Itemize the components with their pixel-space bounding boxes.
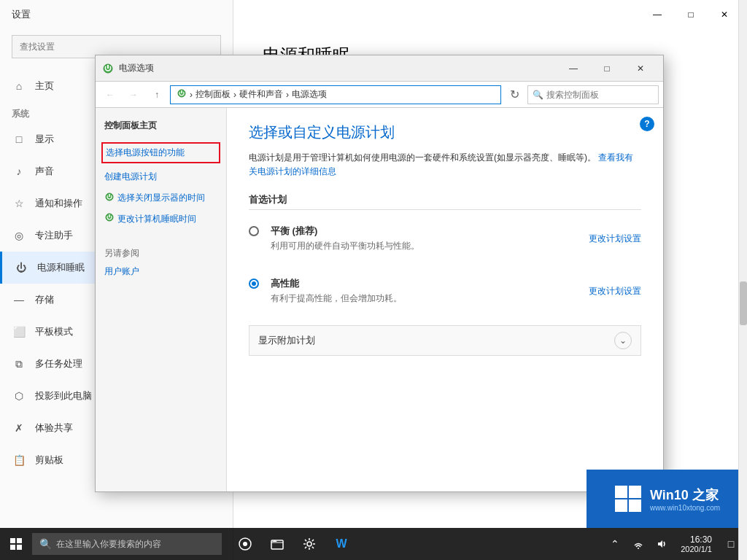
taskbar-right: ⌃ 16:30 2020/1/1 □ [605, 528, 747, 560]
sidebar-item-label: 投影到此电脑 [35, 389, 92, 402]
settings-content-titlebar: — □ ✕ [233, 0, 747, 29]
project-icon: ⬡ [12, 389, 26, 403]
svg-rect-5 [629, 486, 641, 498]
settings-title: 设置 [12, 8, 31, 21]
plan-balanced-radio-area [249, 226, 263, 236]
task-view-button[interactable] [229, 528, 261, 560]
power-options-dialog: 电源选项 — □ ✕ ← → ↑ › 控制面板 › 硬件和声音 › 电源选项 [95, 55, 664, 492]
sidebar-item-label: 显示 [35, 133, 54, 146]
address-search-input[interactable] [546, 90, 654, 100]
path-part-3: 电源选项 [292, 88, 327, 101]
focus-icon: ◎ [12, 228, 26, 243]
plan-high-perf-name: 高性能 [271, 277, 589, 290]
chevron-up-icon[interactable]: ⌃ [605, 528, 625, 560]
dialog-main-title: 选择或自定义电源计划 [249, 122, 641, 142]
sound-icon: ♪ [12, 164, 26, 179]
plan-high-perf-change-link[interactable]: 更改计划设置 [589, 285, 641, 298]
scrollbar-thumb[interactable] [740, 281, 747, 325]
create-plan-link[interactable]: 创建电源计划 [96, 166, 226, 187]
sidebar-item-label: 声音 [35, 165, 54, 178]
plan-balanced: 平衡 (推荐) 利用可用的硬件自动平衡功耗与性能。 更改计划设置 [249, 219, 641, 258]
svg-rect-7 [629, 499, 641, 512]
dialog-titlebar: 电源选项 — □ ✕ [96, 55, 663, 82]
sleep-time-icon [104, 212, 115, 225]
dialog-close-button[interactable]: ✕ [624, 58, 657, 79]
sidebar-item-label: 平板模式 [35, 325, 73, 338]
choose-sleep-icon [104, 192, 115, 203]
plan-balanced-info: 平衡 (推荐) 利用可用的硬件自动平衡功耗与性能。 [271, 225, 589, 252]
forward-button[interactable]: → [123, 85, 144, 105]
choose-sleep-link[interactable]: 选择关闭显示器的时间 [96, 187, 226, 209]
svg-rect-9 [17, 538, 22, 543]
settings-taskbar-button[interactable] [293, 528, 325, 560]
plan-high-perf-desc: 有利于提高性能，但会增加功耗。 [271, 292, 589, 305]
dialog-minimize-button[interactable]: — [557, 58, 590, 79]
path-icon [177, 88, 187, 101]
multitask-icon: ⧉ [12, 357, 26, 371]
tablet-icon: ⬜ [12, 324, 26, 339]
clock-time: 16:30 [681, 534, 712, 545]
scrollbar[interactable] [738, 0, 747, 560]
plan-balanced-name: 平衡 (推荐) [271, 225, 589, 238]
settings-titlebar: 设置 [0, 0, 233, 29]
power-icon: ⏻ [14, 260, 28, 275]
plan-balanced-radio[interactable] [249, 226, 259, 236]
sidebar-item-label: 体验共享 [35, 421, 73, 435]
plan-high-perf-radio[interactable] [249, 279, 259, 289]
user-accounts-link[interactable]: 用户账户 [96, 262, 226, 281]
file-explorer-button[interactable] [261, 528, 293, 560]
svg-point-13 [243, 542, 247, 546]
plan-balanced-change-link[interactable]: 更改计划设置 [589, 233, 641, 245]
volume-icon[interactable] [651, 528, 672, 560]
path-separator: › [286, 90, 289, 100]
taskbar: 🔍 在这里输入你要搜索的内容 W ⌃ [0, 528, 747, 560]
word-taskbar-button[interactable]: W [325, 528, 357, 560]
dialog-main: ? 选择或自定义电源计划 电源计划是用于管理计算机如何使用电源的一套硬件和系统设… [227, 108, 663, 491]
svg-rect-6 [615, 499, 627, 512]
sleep-time-label[interactable]: 更改计算机睡眠时间 [117, 213, 196, 225]
sidebar-title: 控制面板主页 [96, 117, 226, 139]
clipboard-icon: 📋 [12, 453, 26, 467]
svg-rect-11 [17, 545, 22, 550]
sleep-time-link[interactable]: 更改计算机睡眠时间 [96, 208, 226, 230]
back-button[interactable]: ← [100, 85, 120, 105]
path-part-2: 硬件和声音 [239, 88, 283, 101]
taskbar-center-buttons: W [229, 528, 357, 560]
plan-balanced-desc: 利用可用的硬件自动平衡功耗与性能。 [271, 240, 589, 252]
close-button[interactable]: ✕ [708, 3, 741, 26]
sidebar-item-label: 电源和睡眠 [37, 261, 85, 274]
up-button[interactable]: ↑ [147, 85, 167, 105]
additional-plans-row[interactable]: 显示附加计划 ⌄ [249, 325, 641, 356]
sidebar-item-label: 多任务处理 [35, 357, 82, 370]
win10-logo-area: Win10 之家 www.win10xtong.com [587, 470, 747, 528]
address-search-area: 🔍 [527, 85, 659, 104]
plan-high-perf: 高性能 有利于提高性能，但会增加功耗。 更改计划设置 [249, 271, 641, 311]
dialog-maximize-button[interactable]: □ [590, 58, 624, 79]
dialog-addressbar: ← → ↑ › 控制面板 › 硬件和声音 › 电源选项 ↻ 🔍 [96, 82, 663, 108]
win10-text-area: Win10 之家 www.win10xtong.com [650, 486, 720, 512]
power-button-function-link[interactable]: 选择电源按钮的功能 [101, 142, 220, 163]
taskbar-search[interactable]: 🔍 在这里输入你要搜索的内容 [32, 533, 222, 555]
network-icon[interactable] [628, 528, 649, 560]
choose-sleep-label[interactable]: 选择关闭显示器的时间 [117, 192, 205, 204]
refresh-button[interactable]: ↻ [504, 85, 525, 105]
taskbar-clock[interactable]: 16:30 2020/1/1 [675, 534, 718, 553]
path-separator: › [190, 90, 193, 100]
search-icon: 🔍 [533, 90, 543, 100]
help-button[interactable]: ? [640, 117, 654, 131]
dialog-sidebar: 控制面板主页 选择电源按钮的功能 创建电源计划 选择关闭显示器的时间 [96, 108, 227, 491]
home-icon: ⌂ [12, 79, 26, 93]
svg-rect-10 [10, 545, 15, 550]
win10-title: Win10 之家 [650, 486, 720, 504]
plan-high-perf-info: 高性能 有利于提高性能，但会增加功耗。 [271, 277, 589, 305]
maximize-button[interactable]: □ [674, 3, 708, 26]
sidebar-item-label: 专注助手 [35, 229, 73, 242]
also-see-section: 另请参阅 [96, 244, 226, 262]
address-path[interactable]: › 控制面板 › 硬件和声音 › 电源选项 [170, 85, 501, 104]
preferred-plans-label: 首选计划 [249, 193, 641, 210]
sidebar-item-label: 通知和操作 [35, 197, 82, 210]
start-button[interactable] [0, 528, 32, 560]
minimize-button[interactable]: — [640, 3, 674, 26]
shared-icon: ✗ [12, 421, 26, 435]
chevron-down-icon[interactable]: ⌄ [614, 332, 632, 349]
